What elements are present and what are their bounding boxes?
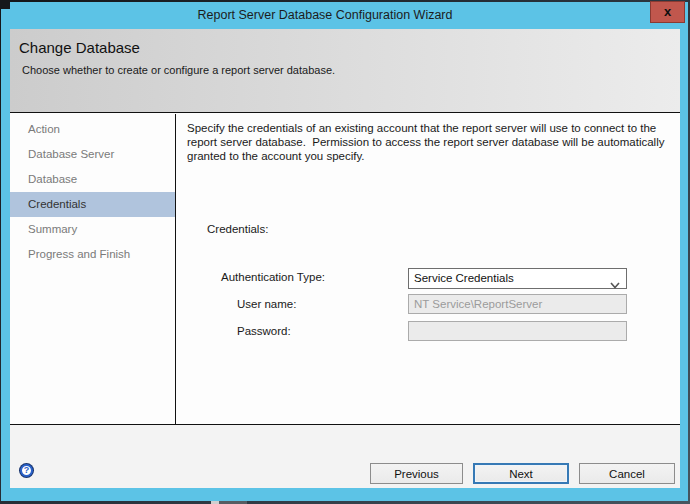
close-icon: x <box>664 4 671 19</box>
help-glyph: ? <box>24 465 30 475</box>
page-subtitle: Choose whether to create or configure a … <box>22 64 335 76</box>
previous-button[interactable]: Previous <box>370 463 463 484</box>
sidebar-item-progress-and-finish[interactable]: Progress and Finish <box>10 242 175 267</box>
cancel-button[interactable]: Cancel <box>579 463 675 484</box>
sidebar-item-database[interactable]: Database <box>10 167 175 192</box>
wizard-footer: ? Previous Next Cancel <box>10 425 680 488</box>
sidebar-item-summary[interactable]: Summary <box>10 217 175 242</box>
wizard-steps-sidebar: Action Database Server Database Credenti… <box>10 114 176 424</box>
wizard-body: Action Database Server Database Credenti… <box>10 114 680 425</box>
close-button[interactable]: x <box>650 1 685 23</box>
authentication-type-value: Service Credentials <box>414 272 514 284</box>
password-field[interactable] <box>408 321 627 341</box>
next-button[interactable]: Next <box>473 463 569 484</box>
wizard-header: Change Database Choose whether to create… <box>10 29 680 113</box>
credentials-section-label: Credentials: <box>207 223 268 235</box>
sidebar-item-credentials[interactable]: Credentials <box>10 192 175 217</box>
panel-description: Specify the credentials of an existing a… <box>187 121 675 163</box>
authentication-type-label: Authentication Type: <box>221 271 325 283</box>
page-title: Change Database <box>19 39 140 56</box>
sidebar-item-action[interactable]: Action <box>10 117 175 142</box>
user-name-label: User name: <box>237 298 296 310</box>
authentication-type-select[interactable]: Service Credentials <box>408 268 627 289</box>
credentials-panel: Specify the credentials of an existing a… <box>176 114 680 424</box>
password-label: Password: <box>237 325 291 337</box>
desktop-backdrop: Report Server Database Configuration Wiz… <box>0 0 690 504</box>
user-name-field[interactable] <box>408 294 627 314</box>
desktop-corner-notch <box>0 0 10 9</box>
dialog-client-area: Change Database Choose whether to create… <box>10 29 680 488</box>
sidebar-item-database-server[interactable]: Database Server <box>10 142 175 167</box>
window-title: Report Server Database Configuration Wiz… <box>10 2 640 29</box>
chevron-down-icon <box>610 276 620 295</box>
help-icon[interactable]: ? <box>20 464 33 477</box>
